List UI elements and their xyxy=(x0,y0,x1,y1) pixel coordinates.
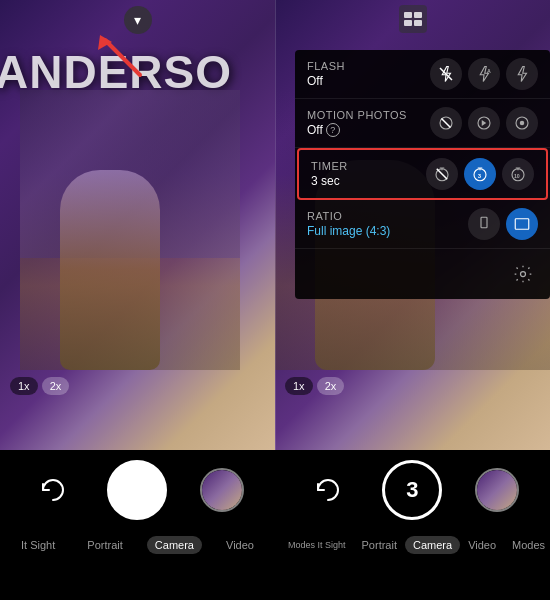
mode-camera-right[interactable]: Camera xyxy=(405,536,460,554)
mode-portrait-right[interactable]: Portrait xyxy=(354,536,405,554)
mode-tabs-right: Modes It Sight Portrait Camera Video Mod… xyxy=(275,530,550,560)
thumbnail-gradient-right xyxy=(477,470,517,510)
svg-rect-19 xyxy=(481,217,487,228)
character-art-left xyxy=(20,90,240,370)
zoom-indicator-left: 1x 2x xyxy=(10,377,69,395)
motion-photos-label: MOTION PHOTOS xyxy=(307,109,430,121)
red-arrow xyxy=(90,30,150,94)
left-camera: ▾ ANDERSO 1x 2x xyxy=(0,0,275,450)
timer-info: TIMER 3 sec xyxy=(311,160,426,188)
mode-it-sight-left[interactable]: It Sight xyxy=(13,536,63,554)
thumbnail-right[interactable] xyxy=(475,468,519,512)
timer-countdown: 3 xyxy=(406,477,418,503)
flash-icons: A xyxy=(430,58,538,90)
motion-photos-icons xyxy=(430,107,538,139)
mode-modes-it-sight-right[interactable]: Modes It Sight xyxy=(280,537,354,553)
gear-icon[interactable] xyxy=(508,259,538,289)
shutter-inner-left xyxy=(113,466,161,514)
ratio-icons xyxy=(468,208,538,240)
motion-photos-help[interactable]: ? xyxy=(326,123,340,137)
motion-off-btn[interactable] xyxy=(430,107,462,139)
svg-rect-3 xyxy=(414,12,422,18)
motion-auto-btn[interactable] xyxy=(468,107,500,139)
flash-on-btn[interactable] xyxy=(506,58,538,90)
app-container: ▾ ANDERSO 1x 2x xyxy=(0,0,550,600)
flash-auto-btn[interactable]: A xyxy=(468,58,500,90)
motion-photos-info: MOTION PHOTOS Off ? xyxy=(307,109,430,137)
svg-point-21 xyxy=(521,272,526,277)
timer-10sec-btn[interactable]: 10 xyxy=(502,158,534,190)
zoom-2x-left[interactable]: 2x xyxy=(42,377,70,395)
zoom-1x-left[interactable]: 1x xyxy=(10,377,38,395)
mode-tabs-left: It Sight Portrait Camera Video xyxy=(0,530,275,560)
mode-camera-left[interactable]: Camera xyxy=(147,536,202,554)
ratio-4x3-btn[interactable] xyxy=(506,208,538,240)
svg-rect-4 xyxy=(404,20,412,26)
flash-off-btn[interactable] xyxy=(430,58,462,90)
timer-3sec-btn[interactable]: 3 xyxy=(464,158,496,190)
zoom-1x-right[interactable]: 1x xyxy=(285,377,313,395)
timer-row: TIMER 3 sec xyxy=(297,148,548,200)
gallery-button[interactable] xyxy=(399,5,427,33)
timer-off-btn[interactable] xyxy=(426,158,458,190)
thumbnail-gradient-left xyxy=(202,470,242,510)
ratio-value: Full image (4:3) xyxy=(307,224,468,238)
camera-container: ▾ ANDERSO 1x 2x xyxy=(0,0,550,450)
ratio-9x16-btn[interactable] xyxy=(468,208,500,240)
mode-video-right[interactable]: Video xyxy=(460,536,504,554)
bottom-controls: 3 It Sight Portrait Camera Video Modes I… xyxy=(0,450,550,600)
svg-line-0 xyxy=(105,40,140,75)
zoom-indicator-right: 1x 2x xyxy=(285,377,344,395)
flash-label: FLASH xyxy=(307,60,430,72)
mode-video-left[interactable]: Video xyxy=(218,536,262,554)
svg-rect-5 xyxy=(414,20,422,26)
timer-value: 3 sec xyxy=(311,174,426,188)
motion-photos-row: MOTION PHOTOS Off ? xyxy=(295,99,550,148)
settings-panel: FLASH Off xyxy=(295,50,550,299)
settings-bottom xyxy=(295,249,550,299)
ratio-row: RATIO Full image (4:3) xyxy=(295,200,550,249)
rotate-icon-left[interactable] xyxy=(31,468,75,512)
top-bar-right xyxy=(275,5,550,33)
mode-portrait-left[interactable]: Portrait xyxy=(79,536,130,554)
ratio-info: RATIO Full image (4:3) xyxy=(307,210,468,238)
svg-line-9 xyxy=(442,119,451,128)
motion-photos-value: Off xyxy=(307,123,323,137)
zoom-2x-right[interactable]: 2x xyxy=(317,377,345,395)
timer-icons: 3 10 xyxy=(426,158,534,190)
rotate-icon-right[interactable] xyxy=(306,468,350,512)
flash-info: FLASH Off xyxy=(307,60,430,88)
svg-marker-1 xyxy=(98,35,112,50)
ratio-label: RATIO xyxy=(307,210,468,222)
svg-text:3: 3 xyxy=(478,173,482,179)
shutter-section-left xyxy=(0,450,275,530)
motion-on-btn[interactable] xyxy=(506,107,538,139)
svg-text:10: 10 xyxy=(514,173,520,179)
mode-modes-right[interactable]: Modes xyxy=(504,536,550,554)
svg-rect-20 xyxy=(515,219,529,230)
timer-label: TIMER xyxy=(311,160,426,172)
shutter-button-left[interactable] xyxy=(107,460,167,520)
right-camera: FLASH Off xyxy=(275,0,550,450)
mode-tabs-row: It Sight Portrait Camera Video Modes It … xyxy=(0,530,550,560)
svg-point-12 xyxy=(520,121,525,126)
shutter-outer-row: 3 xyxy=(0,450,550,530)
flash-value: Off xyxy=(307,74,430,88)
flash-row: FLASH Off xyxy=(295,50,550,99)
svg-text:A: A xyxy=(487,68,491,74)
svg-rect-2 xyxy=(404,12,412,18)
thumbnail-left[interactable] xyxy=(200,468,244,512)
shutter-section-right: 3 xyxy=(275,450,550,530)
panel-divider xyxy=(275,0,276,450)
shutter-button-right[interactable]: 3 xyxy=(382,460,442,520)
